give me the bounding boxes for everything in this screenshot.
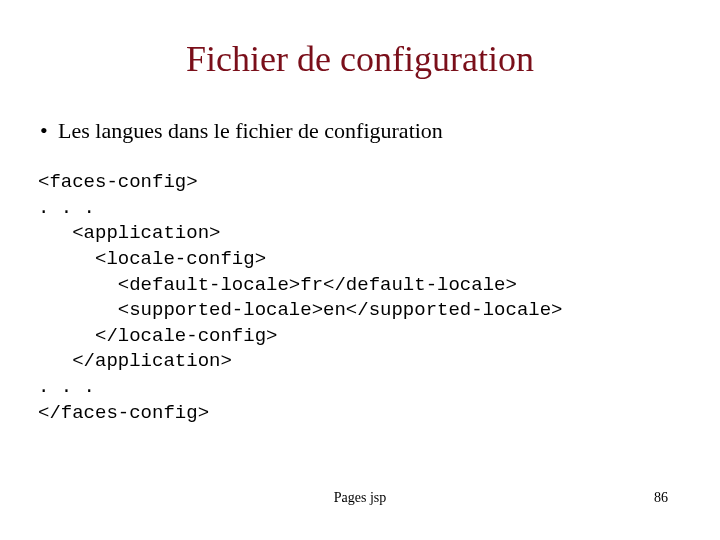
code-line: <default-locale>fr</default-locale>	[38, 274, 517, 296]
code-block: <faces-config> . . . <application> <loca…	[38, 170, 563, 426]
code-line: <application>	[38, 222, 220, 244]
code-line: . . .	[38, 197, 95, 219]
slide-title: Fichier de configuration	[0, 38, 720, 80]
code-line: . . .	[38, 376, 95, 398]
bullet-text: Les langues dans le fichier de configura…	[58, 118, 443, 143]
bullet-dot-icon: •	[40, 118, 58, 144]
page-number: 86	[654, 490, 668, 506]
code-line: </locale-config>	[38, 325, 277, 347]
footer-center: Pages jsp	[0, 490, 720, 506]
code-line: <supported-locale>en</supported-locale>	[38, 299, 563, 321]
code-line: <locale-config>	[38, 248, 266, 270]
code-line: <faces-config>	[38, 171, 198, 193]
code-line: </faces-config>	[38, 402, 209, 424]
code-line: </application>	[38, 350, 232, 372]
bullet-item: •Les langues dans le fichier de configur…	[40, 118, 443, 144]
slide: Fichier de configuration •Les langues da…	[0, 0, 720, 540]
